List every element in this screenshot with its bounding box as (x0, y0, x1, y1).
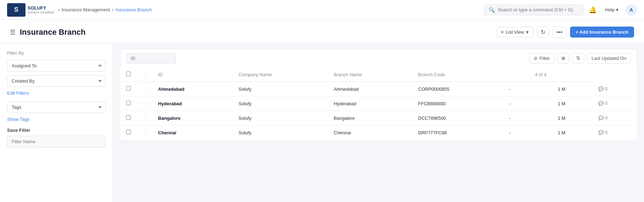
edit-filters-link[interactable]: Edit Filters (7, 90, 106, 96)
table-actions: ⊘ Filter ⊗ ⇅ Last Updated On (529, 53, 631, 63)
global-search-box[interactable]: 🔍 (484, 5, 583, 15)
logo-text: SOLUFY Solution Simplified (28, 5, 54, 14)
row-branch-name-cell: Hyderabad (328, 96, 412, 111)
row-name-cell[interactable]: Chennai (152, 125, 233, 140)
row-comment-cell: 💬 0 (593, 125, 637, 140)
save-filter-label: Save Filter (7, 128, 106, 133)
row-name-cell[interactable]: Ahmedabad (152, 82, 233, 96)
favorite-heart-icon[interactable]: ♡ (142, 101, 147, 106)
filter-icon: ⊘ (534, 56, 538, 61)
row-checkbox[interactable] (126, 101, 131, 105)
row-fav-cell: ♡ (137, 111, 152, 125)
row-branch-name-cell: Bangalore (328, 111, 412, 125)
row-dash-cell: - (503, 125, 552, 140)
favorite-heart-icon[interactable]: ♡ (142, 86, 147, 92)
table-body: ♡ Ahmedabad Solufy Ahmedabad CORP0000855… (121, 82, 637, 140)
add-insurance-branch-button[interactable]: + Add Insurance Branch (570, 27, 634, 38)
tags-select[interactable]: Tags (7, 101, 106, 113)
row-comment-cell: 💬 0 (593, 96, 637, 111)
sort-icon: ⇅ (576, 55, 580, 61)
header-branch-code[interactable]: Branch Code (412, 67, 503, 82)
row-company-cell: Solufy (233, 96, 328, 111)
row-checkbox[interactable] (126, 130, 131, 134)
row-comment-cell: 💬 0 (593, 111, 637, 125)
chevron-down-icon: ▾ (616, 7, 619, 12)
table-wrapper: ♡ ID Company Name Branch Name Branch Cod… (120, 67, 637, 140)
row-dash-cell: - (503, 111, 552, 125)
refresh-button[interactable]: ↻ (537, 26, 549, 38)
row-dash-cell: - (503, 96, 552, 111)
page-title-wrap: ☰ Insurance Branch (10, 28, 86, 37)
row-branch-code-cell: FFC888800D (412, 96, 503, 111)
search-input[interactable] (498, 7, 579, 12)
row-checkbox-cell (121, 111, 137, 125)
row-branch-code-cell: CORP0000855 (412, 82, 503, 96)
row-time-cell: 1 M (552, 111, 593, 125)
breadcrumb-sep-1: › (58, 7, 59, 12)
table-row: ♡ Chennai Solufy Chennai DRP777FC88 - 1 … (121, 125, 637, 140)
row-fav-cell: ♡ (137, 96, 152, 111)
header-branch-name[interactable]: Branch Name (328, 67, 412, 82)
breadcrumb-insurance-management[interactable]: Insurance Management (62, 7, 110, 12)
search-icon: 🔍 (489, 7, 495, 13)
show-tags-link[interactable]: Show Tags (7, 117, 106, 122)
logo: S SOLUFY Solution Simplified (7, 3, 54, 17)
favorite-heart-icon[interactable]: ♡ (142, 130, 147, 135)
row-checkbox-cell (121, 96, 137, 111)
comment-icon: 💬 (598, 101, 604, 106)
table-row: ♡ Hyderabad Solufy Hyderabad FFC888800D … (121, 96, 637, 111)
notification-bell-button[interactable]: 🔔 (587, 5, 598, 15)
filter-button[interactable]: ⊘ Filter (529, 53, 555, 63)
filter-by-label: Filter By (7, 50, 106, 56)
row-branch-name-cell: Ahmedabad (328, 82, 412, 96)
assigned-to-select[interactable]: Assigned To (7, 60, 106, 72)
help-button[interactable]: Help ▾ (602, 6, 621, 14)
filter-remove-button[interactable]: ⊗ (557, 53, 569, 63)
logo-icon: S (7, 3, 25, 17)
row-dash-cell: - (503, 82, 552, 96)
list-view-button[interactable]: ≡ List View ▾ (496, 27, 533, 37)
comment-icon: 💬 (598, 130, 604, 135)
header-actions-col (552, 67, 593, 82)
top-navigation: S SOLUFY Solution Simplified › Insurance… (0, 0, 644, 20)
comment-count: 💬 0 (598, 130, 631, 135)
table-row: ♡ Ahmedabad Solufy Ahmedabad CORP0000855… (121, 82, 637, 96)
table-header-row: ♡ ID Company Name Branch Name Branch Cod… (121, 67, 637, 82)
list-view-chevron-icon: ▾ (526, 29, 529, 35)
row-name-cell[interactable]: Bangalore (152, 111, 233, 125)
favorite-heart-icon[interactable]: ♡ (142, 115, 147, 121)
row-checkbox-cell (121, 82, 137, 96)
header-company-name[interactable]: Company Name (233, 67, 328, 82)
created-by-select[interactable]: Created By (7, 75, 106, 87)
page-title: Insurance Branch (20, 28, 86, 37)
row-branch-code-cell: DCC7896500 (412, 111, 503, 125)
id-search-input[interactable] (126, 53, 176, 63)
breadcrumb-insurance-branch[interactable]: Insurance Branch (116, 7, 152, 12)
sort-button[interactable]: ⇅ (572, 53, 584, 63)
sort-label-button[interactable]: Last Updated On (587, 53, 631, 63)
row-checkbox-cell (121, 125, 137, 140)
avatar[interactable]: A (626, 4, 637, 16)
row-company-cell: Solufy (233, 82, 328, 96)
row-checkbox[interactable] (126, 86, 131, 91)
row-checkbox[interactable] (126, 115, 131, 120)
hamburger-menu-button[interactable]: ☰ (10, 28, 16, 36)
header-checkbox-col (121, 67, 137, 82)
more-options-button[interactable]: ••• (553, 27, 567, 38)
table-toolbar: ⊘ Filter ⊗ ⇅ Last Updated On (120, 49, 637, 67)
table-row: ♡ Bangalore Solufy Bangalore DCC7896500 … (121, 111, 637, 125)
row-company-cell: Solufy (233, 125, 328, 140)
row-name-cell[interactable]: Hyderabad (152, 96, 233, 111)
header-id[interactable]: ID (152, 67, 233, 82)
id-search-box (126, 53, 176, 63)
row-fav-cell: ♡ (137, 82, 152, 96)
comment-icon: 💬 (598, 86, 604, 91)
select-all-checkbox[interactable] (126, 72, 131, 76)
header-fav-col: ♡ (137, 67, 152, 82)
breadcrumb-sep-2: › (112, 7, 114, 12)
data-table: ♡ ID Company Name Branch Name Branch Cod… (120, 67, 637, 140)
filter-name-input[interactable] (7, 136, 106, 147)
row-time-cell: 1 M (552, 125, 593, 140)
header-heart-icon: ♡ (142, 72, 146, 77)
comment-icon: 💬 (598, 116, 604, 120)
